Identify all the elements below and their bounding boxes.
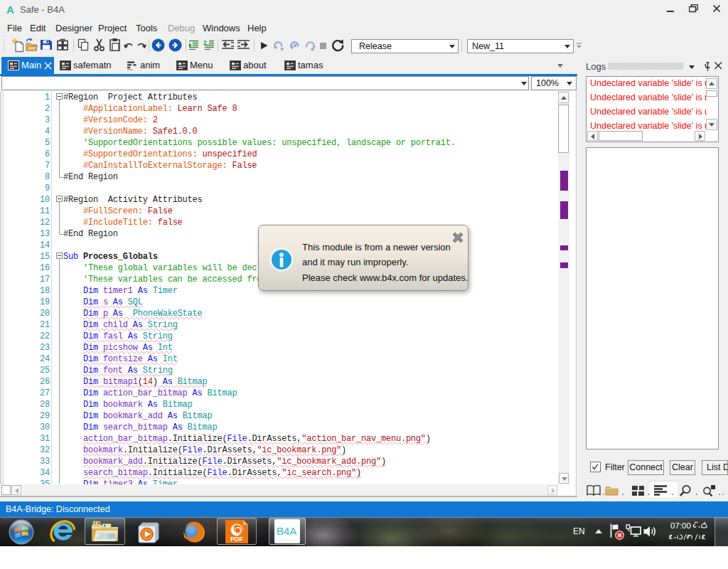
svg-text:2: 2 [203,39,207,46]
svg-text:PDF: PDF [230,536,244,543]
